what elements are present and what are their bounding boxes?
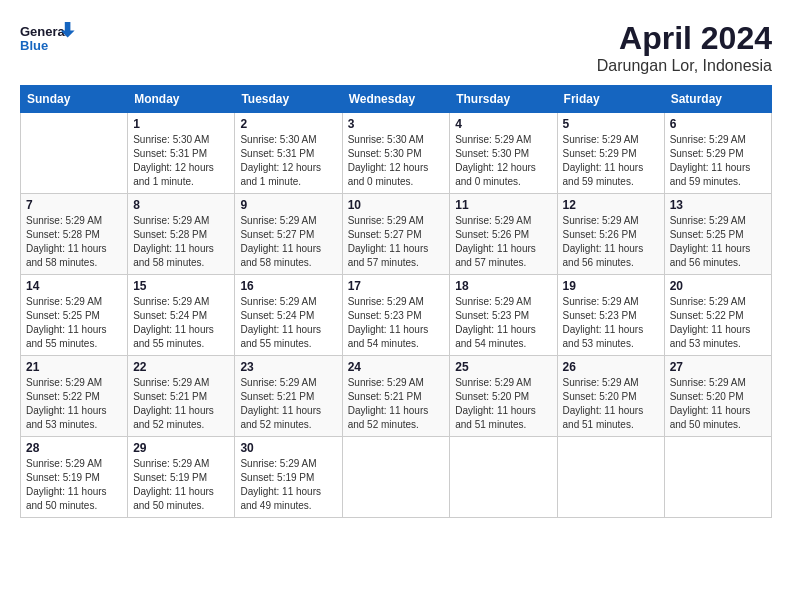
day-number: 12 (563, 198, 659, 212)
day-number: 10 (348, 198, 445, 212)
calendar-cell: 21Sunrise: 5:29 AM Sunset: 5:22 PM Dayli… (21, 356, 128, 437)
day-info: Sunrise: 5:29 AM Sunset: 5:24 PM Dayligh… (240, 295, 336, 351)
day-number: 13 (670, 198, 766, 212)
calendar-cell: 20Sunrise: 5:29 AM Sunset: 5:22 PM Dayli… (664, 275, 771, 356)
calendar-header-row: SundayMondayTuesdayWednesdayThursdayFrid… (21, 86, 772, 113)
calendar-cell (664, 437, 771, 518)
day-info: Sunrise: 5:29 AM Sunset: 5:21 PM Dayligh… (240, 376, 336, 432)
calendar-cell: 22Sunrise: 5:29 AM Sunset: 5:21 PM Dayli… (128, 356, 235, 437)
calendar-cell: 30Sunrise: 5:29 AM Sunset: 5:19 PM Dayli… (235, 437, 342, 518)
day-info: Sunrise: 5:29 AM Sunset: 5:20 PM Dayligh… (455, 376, 551, 432)
day-number: 11 (455, 198, 551, 212)
calendar-cell: 19Sunrise: 5:29 AM Sunset: 5:23 PM Dayli… (557, 275, 664, 356)
day-info: Sunrise: 5:29 AM Sunset: 5:29 PM Dayligh… (563, 133, 659, 189)
svg-text:Blue: Blue (20, 38, 48, 53)
weekday-header-cell: Friday (557, 86, 664, 113)
calendar-cell: 3Sunrise: 5:30 AM Sunset: 5:30 PM Daylig… (342, 113, 450, 194)
day-number: 16 (240, 279, 336, 293)
day-info: Sunrise: 5:29 AM Sunset: 5:24 PM Dayligh… (133, 295, 229, 351)
calendar-cell: 27Sunrise: 5:29 AM Sunset: 5:20 PM Dayli… (664, 356, 771, 437)
calendar-cell: 12Sunrise: 5:29 AM Sunset: 5:26 PM Dayli… (557, 194, 664, 275)
calendar-cell: 1Sunrise: 5:30 AM Sunset: 5:31 PM Daylig… (128, 113, 235, 194)
day-number: 18 (455, 279, 551, 293)
day-number: 2 (240, 117, 336, 131)
title-area: April 2024 Darungan Lor, Indonesia (597, 20, 772, 75)
day-number: 17 (348, 279, 445, 293)
day-info: Sunrise: 5:29 AM Sunset: 5:27 PM Dayligh… (348, 214, 445, 270)
weekday-header-cell: Sunday (21, 86, 128, 113)
calendar-body: 1Sunrise: 5:30 AM Sunset: 5:31 PM Daylig… (21, 113, 772, 518)
calendar-cell (557, 437, 664, 518)
calendar-week-row: 21Sunrise: 5:29 AM Sunset: 5:22 PM Dayli… (21, 356, 772, 437)
weekday-header-cell: Tuesday (235, 86, 342, 113)
day-number: 30 (240, 441, 336, 455)
calendar-week-row: 28Sunrise: 5:29 AM Sunset: 5:19 PM Dayli… (21, 437, 772, 518)
day-info: Sunrise: 5:29 AM Sunset: 5:25 PM Dayligh… (26, 295, 122, 351)
calendar-cell: 29Sunrise: 5:29 AM Sunset: 5:19 PM Dayli… (128, 437, 235, 518)
logo: General Blue (20, 20, 100, 64)
calendar-cell: 14Sunrise: 5:29 AM Sunset: 5:25 PM Dayli… (21, 275, 128, 356)
day-number: 3 (348, 117, 445, 131)
calendar-cell: 9Sunrise: 5:29 AM Sunset: 5:27 PM Daylig… (235, 194, 342, 275)
calendar-cell: 25Sunrise: 5:29 AM Sunset: 5:20 PM Dayli… (450, 356, 557, 437)
calendar-cell: 2Sunrise: 5:30 AM Sunset: 5:31 PM Daylig… (235, 113, 342, 194)
day-number: 4 (455, 117, 551, 131)
day-info: Sunrise: 5:29 AM Sunset: 5:26 PM Dayligh… (563, 214, 659, 270)
weekday-header-cell: Monday (128, 86, 235, 113)
calendar-cell: 18Sunrise: 5:29 AM Sunset: 5:23 PM Dayli… (450, 275, 557, 356)
day-number: 1 (133, 117, 229, 131)
day-info: Sunrise: 5:29 AM Sunset: 5:23 PM Dayligh… (348, 295, 445, 351)
calendar-cell: 10Sunrise: 5:29 AM Sunset: 5:27 PM Dayli… (342, 194, 450, 275)
subtitle: Darungan Lor, Indonesia (597, 57, 772, 75)
day-number: 22 (133, 360, 229, 374)
day-info: Sunrise: 5:29 AM Sunset: 5:21 PM Dayligh… (133, 376, 229, 432)
day-number: 27 (670, 360, 766, 374)
day-info: Sunrise: 5:29 AM Sunset: 5:19 PM Dayligh… (133, 457, 229, 513)
day-info: Sunrise: 5:29 AM Sunset: 5:28 PM Dayligh… (133, 214, 229, 270)
calendar-cell (21, 113, 128, 194)
calendar-cell: 26Sunrise: 5:29 AM Sunset: 5:20 PM Dayli… (557, 356, 664, 437)
day-info: Sunrise: 5:30 AM Sunset: 5:31 PM Dayligh… (240, 133, 336, 189)
calendar-week-row: 14Sunrise: 5:29 AM Sunset: 5:25 PM Dayli… (21, 275, 772, 356)
day-number: 29 (133, 441, 229, 455)
calendar-cell: 23Sunrise: 5:29 AM Sunset: 5:21 PM Dayli… (235, 356, 342, 437)
day-number: 24 (348, 360, 445, 374)
day-info: Sunrise: 5:29 AM Sunset: 5:21 PM Dayligh… (348, 376, 445, 432)
day-number: 19 (563, 279, 659, 293)
day-number: 21 (26, 360, 122, 374)
day-info: Sunrise: 5:29 AM Sunset: 5:25 PM Dayligh… (670, 214, 766, 270)
calendar-cell: 15Sunrise: 5:29 AM Sunset: 5:24 PM Dayli… (128, 275, 235, 356)
svg-text:General: General (20, 24, 68, 39)
calendar-cell: 28Sunrise: 5:29 AM Sunset: 5:19 PM Dayli… (21, 437, 128, 518)
day-info: Sunrise: 5:29 AM Sunset: 5:19 PM Dayligh… (26, 457, 122, 513)
calendar-cell: 16Sunrise: 5:29 AM Sunset: 5:24 PM Dayli… (235, 275, 342, 356)
day-info: Sunrise: 5:30 AM Sunset: 5:31 PM Dayligh… (133, 133, 229, 189)
calendar-table: SundayMondayTuesdayWednesdayThursdayFrid… (20, 85, 772, 518)
day-number: 6 (670, 117, 766, 131)
day-info: Sunrise: 5:29 AM Sunset: 5:29 PM Dayligh… (670, 133, 766, 189)
day-number: 8 (133, 198, 229, 212)
day-number: 5 (563, 117, 659, 131)
day-info: Sunrise: 5:29 AM Sunset: 5:20 PM Dayligh… (563, 376, 659, 432)
calendar-cell: 8Sunrise: 5:29 AM Sunset: 5:28 PM Daylig… (128, 194, 235, 275)
day-info: Sunrise: 5:30 AM Sunset: 5:30 PM Dayligh… (348, 133, 445, 189)
day-number: 9 (240, 198, 336, 212)
weekday-header-cell: Wednesday (342, 86, 450, 113)
calendar-cell: 7Sunrise: 5:29 AM Sunset: 5:28 PM Daylig… (21, 194, 128, 275)
logo-icon: General Blue (20, 20, 100, 60)
calendar-cell: 17Sunrise: 5:29 AM Sunset: 5:23 PM Dayli… (342, 275, 450, 356)
day-info: Sunrise: 5:29 AM Sunset: 5:23 PM Dayligh… (455, 295, 551, 351)
day-number: 28 (26, 441, 122, 455)
day-info: Sunrise: 5:29 AM Sunset: 5:26 PM Dayligh… (455, 214, 551, 270)
calendar-cell: 13Sunrise: 5:29 AM Sunset: 5:25 PM Dayli… (664, 194, 771, 275)
day-number: 26 (563, 360, 659, 374)
day-info: Sunrise: 5:29 AM Sunset: 5:30 PM Dayligh… (455, 133, 551, 189)
calendar-cell: 24Sunrise: 5:29 AM Sunset: 5:21 PM Dayli… (342, 356, 450, 437)
day-info: Sunrise: 5:29 AM Sunset: 5:23 PM Dayligh… (563, 295, 659, 351)
header: General Blue April 2024 Darungan Lor, In… (20, 20, 772, 75)
day-number: 20 (670, 279, 766, 293)
day-info: Sunrise: 5:29 AM Sunset: 5:20 PM Dayligh… (670, 376, 766, 432)
day-info: Sunrise: 5:29 AM Sunset: 5:22 PM Dayligh… (26, 376, 122, 432)
day-number: 14 (26, 279, 122, 293)
day-info: Sunrise: 5:29 AM Sunset: 5:19 PM Dayligh… (240, 457, 336, 513)
